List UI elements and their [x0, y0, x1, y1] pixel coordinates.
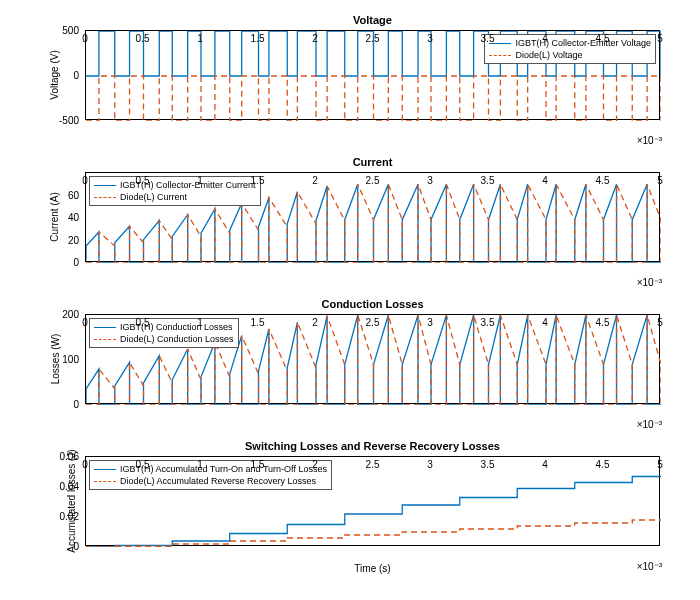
xtick: 3: [427, 459, 433, 470]
xtick: 4: [542, 175, 548, 186]
axes-switching: Switching Losses and Reverse Recovery Lo…: [85, 456, 660, 546]
title-switching: Switching Losses and Reverse Recovery Lo…: [85, 440, 660, 452]
ytick: 0.02: [60, 511, 79, 522]
axes-current: Current Current (A) IGBT(H) Collector-Em…: [85, 172, 660, 262]
ytick: 100: [62, 354, 79, 365]
legend-label: IGBT(H) Accumulated Turn-On and Turn-Off…: [120, 463, 327, 475]
xtick: 2.5: [366, 175, 380, 186]
xlabel: Time (s): [85, 563, 660, 574]
xtick: 4.5: [596, 317, 610, 328]
axes-conduction: Conduction Losses Losses (W) IGBT(H) Con…: [85, 314, 660, 404]
ytick: 200: [62, 309, 79, 320]
line-sample-icon: [94, 339, 116, 340]
xtick: 3: [427, 33, 433, 44]
xtick: 1.5: [251, 175, 265, 186]
legend-label: Diode(L) Voltage: [515, 49, 582, 61]
legend-voltage: IGBT(H) Collector-Emitter Voltage Diode(…: [484, 34, 656, 64]
xtick: 0.5: [136, 459, 150, 470]
x-exponent: ×10⁻³: [637, 135, 662, 146]
xtick: 4: [542, 459, 548, 470]
ylabel-switching: Accumulated losses (J): [66, 449, 77, 552]
xtick: 5: [657, 175, 663, 186]
ytick: 0: [73, 541, 79, 552]
ytick: 60: [68, 189, 79, 200]
title-current: Current: [85, 156, 660, 168]
legend-current: IGBT(H) Collector-Emitter Current Diode(…: [89, 176, 261, 206]
ytick: 0.06: [60, 451, 79, 462]
ytick: 0: [73, 399, 79, 410]
xtick: 3: [427, 317, 433, 328]
xtick: 3.5: [481, 317, 495, 328]
ytick: 0: [73, 257, 79, 268]
xtick: 0: [82, 175, 88, 186]
xtick: 2: [312, 175, 318, 186]
line-sample-icon: [94, 197, 116, 198]
xtick: 1: [197, 459, 203, 470]
legend-entry: Diode(L) Accumulated Reverse Recovery Lo…: [94, 475, 327, 487]
line-sample-icon: [489, 55, 511, 56]
line-sample-icon: [94, 481, 116, 482]
title-conduction: Conduction Losses: [85, 298, 660, 310]
xtick: 4: [542, 33, 548, 44]
line-sample-icon: [94, 327, 116, 328]
ytick: 20: [68, 234, 79, 245]
xtick: 2: [312, 317, 318, 328]
ytick: 0: [73, 70, 79, 81]
line-sample-icon: [94, 469, 116, 470]
xtick: 2.5: [366, 33, 380, 44]
axes-voltage: Voltage Voltage (V) IGBT(H) Collector-Em…: [85, 30, 660, 120]
legend-label: Diode(L) Accumulated Reverse Recovery Lo…: [120, 475, 316, 487]
xtick: 3.5: [481, 459, 495, 470]
xtick: 1: [197, 175, 203, 186]
xtick: 4.5: [596, 459, 610, 470]
xtick: 2: [312, 33, 318, 44]
ylabel-conduction: Losses (W): [50, 334, 61, 385]
legend-label: Diode(L) Current: [120, 191, 187, 203]
xtick: 0.5: [136, 33, 150, 44]
xtick: 3.5: [481, 33, 495, 44]
xtick: 4: [542, 317, 548, 328]
xtick: 2.5: [366, 459, 380, 470]
xtick: 1: [197, 317, 203, 328]
xtick: 5: [657, 33, 663, 44]
xtick: 0.5: [136, 175, 150, 186]
ytick: -500: [59, 115, 79, 126]
legend-label: IGBT(H) Collector-Emitter Voltage: [515, 37, 651, 49]
xtick: 0: [82, 317, 88, 328]
line-sample-icon: [94, 185, 116, 186]
xtick: 1.5: [251, 459, 265, 470]
legend-conduction: IGBT(H) Conduction Losses Diode(L) Condu…: [89, 318, 239, 348]
xtick: 3.5: [481, 175, 495, 186]
xtick: 5: [657, 459, 663, 470]
ylabel-voltage: Voltage (V): [49, 50, 60, 99]
xtick: 0.5: [136, 317, 150, 328]
legend-entry: IGBT(H) Collector-Emitter Voltage: [489, 37, 651, 49]
xtick: 0: [82, 459, 88, 470]
ylabel-current: Current (A): [49, 192, 60, 241]
xtick: 2: [312, 459, 318, 470]
xtick: 1.5: [251, 317, 265, 328]
legend-entry: IGBT(H) Collector-Emitter Current: [94, 179, 256, 191]
legend-entry: Diode(L) Voltage: [489, 49, 651, 61]
legend-switching: IGBT(H) Accumulated Turn-On and Turn-Off…: [89, 460, 332, 490]
xtick: 5: [657, 317, 663, 328]
xtick: 1: [197, 33, 203, 44]
xtick: 4.5: [596, 33, 610, 44]
ytick: 40: [68, 212, 79, 223]
legend-entry: Diode(L) Conduction Losses: [94, 333, 234, 345]
x-exponent: ×10⁻³: [637, 277, 662, 288]
ytick: 500: [62, 25, 79, 36]
xtick: 3: [427, 175, 433, 186]
xtick: 1.5: [251, 33, 265, 44]
legend-entry: Diode(L) Current: [94, 191, 256, 203]
xtick: 2.5: [366, 317, 380, 328]
title-voltage: Voltage: [85, 14, 660, 26]
ytick: 0.04: [60, 481, 79, 492]
xtick: 4.5: [596, 175, 610, 186]
x-exponent: ×10⁻³: [637, 419, 662, 430]
legend-label: Diode(L) Conduction Losses: [120, 333, 234, 345]
figure: Voltage Voltage (V) IGBT(H) Collector-Em…: [0, 0, 700, 600]
legend-entry: IGBT(H) Conduction Losses: [94, 321, 234, 333]
legend-entry: IGBT(H) Accumulated Turn-On and Turn-Off…: [94, 463, 327, 475]
xtick: 0: [82, 33, 88, 44]
